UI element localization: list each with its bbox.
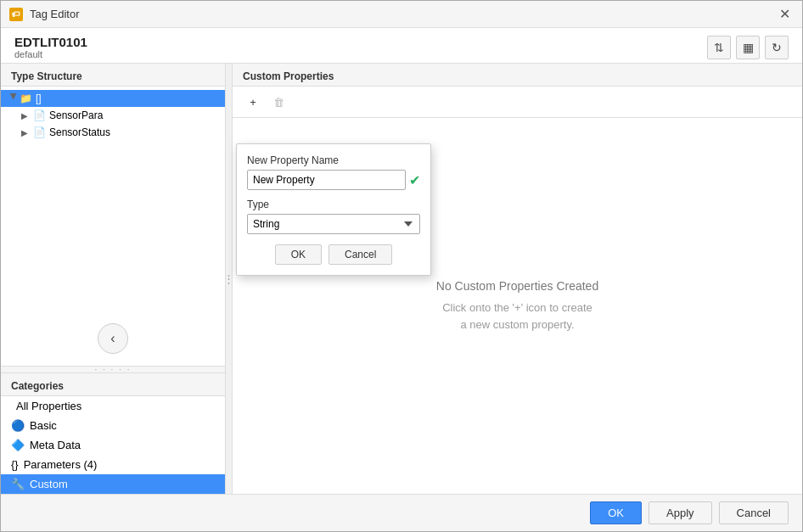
nav-back-button[interactable]: ‹ [98, 323, 128, 354]
resize-handle-right[interactable]: ⋮ [226, 64, 233, 494]
root-folder-icon: 📁 [20, 92, 32, 104]
left-panel: Type Structure ▶ 📁 [] ▶ 📄 SensorPara ▶ [1, 64, 226, 494]
title-bar-left: 🏷 Tag Editor [9, 8, 80, 21]
title-bar: 🏷 Tag Editor ✕ [1, 1, 802, 28]
app-subtitle: default [14, 49, 87, 59]
custom-icon: 🔧 [11, 478, 25, 490]
sort-button[interactable]: ⇅ [707, 36, 731, 59]
sensorpara-label: SensorPara [49, 109, 103, 121]
custom-props-body: New Property Name ✔ Type String Integer … [233, 118, 802, 494]
cat-item-custom[interactable]: 🔧 Custom [1, 474, 225, 494]
cat-label-custom: Custom [30, 478, 68, 490]
root-arrow: ▶ [9, 92, 19, 104]
resize-handle-bottom[interactable]: · · · · · [1, 366, 225, 372]
type-select[interactable]: String Integer Float Boolean DateTime [247, 214, 420, 234]
categories-title: Categories [1, 373, 225, 396]
apply-button[interactable]: Apply [649, 501, 712, 524]
app-header: EDTLIT0101 default ⇅ ▦ ↻ [1, 28, 802, 64]
header-actions: ⇅ ▦ ↻ [707, 36, 789, 59]
cat-item-parameters[interactable]: {} Parameters (4) [1, 455, 225, 474]
main-content: Type Structure ▶ 📁 [] ▶ 📄 SensorPara ▶ [1, 64, 802, 494]
dialog-overlay: New Property Name ✔ Type String Integer … [233, 118, 802, 494]
custom-props-title: Custom Properties [233, 64, 802, 87]
property-name-input[interactable] [247, 170, 406, 190]
cat-label-parameters: Parameters (4) [24, 458, 98, 471]
app-header-left: EDTLIT0101 default [14, 35, 87, 59]
tree-container: ▶ 📁 [] ▶ 📄 SensorPara ▶ 📄 SensorStatus [1, 87, 225, 311]
cat-item-all-properties[interactable]: All Properties [1, 396, 225, 416]
type-structure-title: Type Structure [1, 64, 225, 87]
sensorpara-arrow: ▶ [21, 111, 33, 120]
add-property-button[interactable]: + [243, 92, 263, 112]
parameters-icon: {} [11, 458, 19, 471]
right-panel: Custom Properties + 🗑 New Property Name [233, 64, 802, 494]
app-title: EDTLIT0101 [14, 35, 87, 49]
metadata-icon: 🔷 [11, 439, 25, 451]
dialog-ok-button[interactable]: OK [275, 244, 322, 265]
cat-label-basic: Basic [30, 419, 57, 432]
root-label: [] [36, 92, 42, 104]
window-title: Tag Editor [30, 8, 80, 20]
sensorstatus-icon: 📄 [33, 126, 46, 138]
cat-item-basic[interactable]: 🔵 Basic [1, 416, 225, 435]
cancel-button[interactable]: Cancel [719, 501, 789, 524]
cat-item-metadata[interactable]: 🔷 Meta Data [1, 435, 225, 455]
delete-property-button[interactable]: 🗑 [268, 92, 289, 112]
bottom-bar: OK Apply Cancel [1, 494, 802, 531]
dialog-actions: OK Cancel [247, 244, 420, 265]
sensorstatus-label: SensorStatus [49, 126, 110, 138]
tree-item-sensorstatus[interactable]: ▶ 📄 SensorStatus [14, 124, 225, 141]
tree-root[interactable]: ▶ 📁 [] [1, 90, 225, 107]
filter-button[interactable]: ▦ [736, 36, 760, 59]
refresh-button[interactable]: ↻ [765, 36, 789, 59]
custom-props-toolbar: + 🗑 [233, 87, 802, 118]
sensorstatus-arrow: ▶ [21, 128, 33, 137]
sensorpara-icon: 📄 [33, 109, 46, 121]
cat-label-all-properties: All Properties [16, 400, 81, 412]
close-button[interactable]: ✕ [776, 6, 794, 23]
cat-label-metadata: Meta Data [30, 439, 81, 451]
type-label: Type [247, 199, 420, 210]
tree-children: ▶ 📄 SensorPara ▶ 📄 SensorStatus [1, 107, 225, 141]
main-window: 🏷 Tag Editor ✕ EDTLIT0101 default ⇅ ▦ ↻ … [0, 0, 803, 532]
check-icon: ✔ [409, 172, 420, 188]
categories-panel: Categories All Properties 🔵 Basic 🔷 Meta… [1, 372, 225, 494]
tree-item-sensorpara[interactable]: ▶ 📄 SensorPara [14, 107, 225, 124]
property-name-label: New Property Name [247, 154, 420, 166]
basic-icon: 🔵 [11, 419, 25, 432]
nav-section: ‹ [1, 311, 225, 366]
delete-icon: 🗑 [273, 96, 284, 109]
ok-button[interactable]: OK [590, 501, 642, 524]
property-name-row: ✔ [247, 170, 420, 190]
new-property-dialog: New Property Name ✔ Type String Integer … [236, 143, 431, 276]
dialog-cancel-button[interactable]: Cancel [328, 244, 392, 265]
app-icon: 🏷 [9, 8, 23, 21]
categories-list: All Properties 🔵 Basic 🔷 Meta Data {} Pa… [1, 396, 225, 494]
add-icon: + [250, 96, 256, 109]
